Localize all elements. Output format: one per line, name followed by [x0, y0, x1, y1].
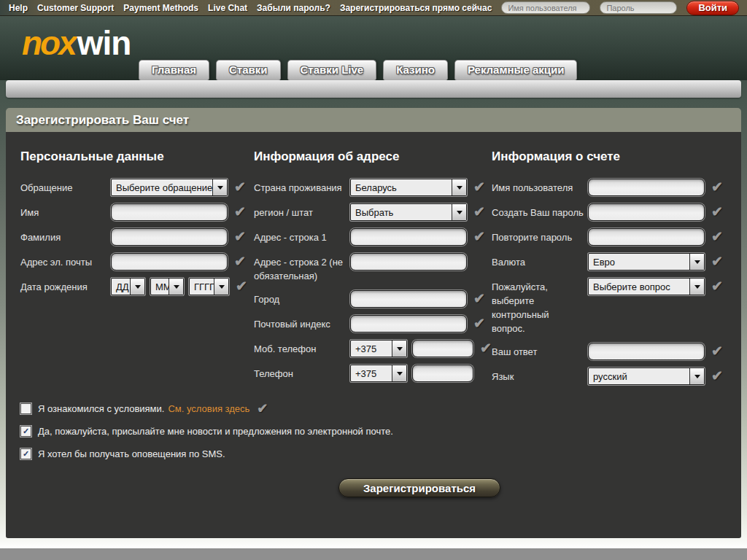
field-controls	[588, 343, 705, 360]
select-value: Выберите вопрос	[589, 279, 689, 295]
select-field[interactable]: Выберите обращение	[111, 179, 228, 196]
text-field[interactable]	[111, 203, 228, 221]
checkbox-label: Я хотел бы получать оповещения по SMS.	[38, 448, 225, 459]
username-input[interactable]	[501, 1, 590, 14]
select-value: ГГГГ	[190, 279, 214, 295]
select-field[interactable]: +375	[350, 365, 407, 382]
field-label: Пожалуйста, выберите контрольный вопрос.	[492, 278, 584, 335]
field-controls	[111, 228, 228, 246]
top-bar: HelpCustomer SupportPayment MethodsLive …	[0, 0, 747, 16]
chevron-down-icon	[689, 368, 704, 384]
select-field[interactable]: Выберите вопрос	[588, 278, 705, 295]
text-field[interactable]	[412, 365, 473, 382]
checkmark-icon: ✔	[473, 228, 485, 246]
checkbox[interactable]: ✓	[20, 426, 31, 437]
tab-1[interactable]: Ставки	[216, 60, 280, 80]
text-field[interactable]	[350, 290, 467, 308]
form-row: Имя✔	[20, 203, 254, 221]
topbar-link-5[interactable]: Зарегистрироваться прямо сейчас	[340, 3, 492, 13]
select-value: ММ	[151, 279, 169, 295]
checkmark-icon: ✔	[234, 228, 246, 246]
form-row: Языкрусский✔	[492, 368, 741, 385]
form-row: Имя пользователя✔	[492, 179, 741, 196]
form-row: ОбращениеВыберите обращение✔	[20, 179, 254, 196]
topbar-link-3[interactable]: Live Chat	[208, 3, 247, 13]
chevron-down-icon	[214, 279, 228, 295]
text-field[interactable]	[412, 340, 473, 357]
select-value: Беларусь	[351, 179, 452, 195]
select-field[interactable]: русский	[588, 368, 705, 385]
chevron-down-glyph	[217, 186, 223, 192]
field-controls: ДДММГГГГ	[111, 278, 229, 295]
field-label: Страна проживания	[254, 179, 347, 195]
form-row: Адрес эл. почты✔	[20, 253, 254, 271]
select-field[interactable]: Выбрать	[350, 203, 467, 221]
form-row: Ваш ответ✔	[492, 343, 741, 360]
column-heading: Персональные данные	[20, 149, 254, 164]
text-field[interactable]	[588, 228, 705, 246]
text-field[interactable]	[350, 253, 467, 271]
select-field[interactable]: Беларусь	[350, 179, 467, 196]
checkmark-icon: ✔	[257, 402, 268, 414]
logo-win: win	[77, 24, 131, 62]
select-field[interactable]: ГГГГ	[189, 278, 229, 295]
field-controls: Беларусь	[350, 179, 467, 196]
chevron-down-glyph	[135, 285, 141, 292]
form-column-1: Информация об адресеСтрана проживанияБел…	[254, 145, 492, 392]
field-label: Дата рождения	[20, 278, 108, 294]
checkbox[interactable]	[20, 403, 31, 414]
consent-checkboxes: Я ознакомился с условиями.См. условия зд…	[20, 402, 741, 459]
tab-0[interactable]: Главная	[139, 60, 209, 80]
terms-link[interactable]: См. условия здесь	[168, 403, 249, 414]
text-field[interactable]	[588, 179, 705, 196]
text-field[interactable]	[350, 228, 467, 246]
field-label: Валюта	[492, 253, 584, 269]
form-row: регион / штатВыбрать✔	[254, 203, 492, 221]
topbar-link-1[interactable]: Customer Support	[37, 3, 114, 13]
tab-2[interactable]: Ставки Live	[287, 60, 377, 80]
form-columns: Персональные данныеОбращениеВыберите обр…	[20, 145, 741, 392]
checkmark-icon: ✔	[234, 253, 246, 271]
login-button[interactable]: Войти	[686, 1, 739, 15]
form-row: Моб. телефон+375✔	[254, 340, 492, 357]
field-label: Ваш ответ	[492, 343, 584, 359]
form-row: Фамилия✔	[20, 228, 254, 246]
tab-4[interactable]: Рекламные акции	[454, 60, 578, 80]
select-field[interactable]: ДД	[111, 278, 145, 295]
topbar-link-4[interactable]: Забыли пароль?	[257, 3, 330, 13]
form-row: Адрес - строка 2 (не обязательная)	[254, 253, 492, 283]
text-field[interactable]	[350, 315, 467, 332]
checkbox-row: ✓Да, пожалуйста, присылайте мне новости …	[20, 426, 741, 437]
select-field[interactable]: Евро	[588, 253, 705, 271]
password-input[interactable]	[600, 1, 677, 14]
text-field[interactable]	[111, 228, 228, 246]
text-field[interactable]	[588, 343, 705, 360]
select-value: Евро	[589, 254, 689, 270]
field-controls	[588, 179, 705, 196]
form-row: Адрес - строка 1✔	[254, 228, 492, 246]
field-controls: Выбрать	[350, 203, 467, 221]
form-row: Телефон+375	[254, 365, 492, 382]
field-label: Повторите пароль	[492, 228, 584, 244]
register-button[interactable]: Зарегистрироваться	[338, 478, 500, 497]
select-field[interactable]: +375	[350, 340, 407, 357]
field-label: Моб. телефон	[254, 340, 347, 356]
chevron-down-icon	[169, 279, 183, 295]
topbar-link-2[interactable]: Payment Methods	[123, 3, 198, 13]
checkbox[interactable]: ✓	[20, 448, 31, 459]
logo: noxwin	[22, 25, 131, 61]
chevron-down-glyph	[457, 186, 462, 192]
field-label: Имя пользователя	[492, 179, 584, 195]
checkmark-icon: ✔	[236, 278, 247, 295]
topbar-link-0[interactable]: Help	[9, 3, 28, 13]
field-controls	[350, 290, 467, 308]
text-field[interactable]	[588, 203, 705, 221]
footer-bar	[0, 548, 747, 560]
tab-3[interactable]: Казино	[383, 60, 448, 80]
select-value: +375	[351, 341, 392, 357]
field-label: Адрес - строка 1	[254, 228, 347, 244]
select-field[interactable]: ММ	[150, 278, 184, 295]
text-field[interactable]	[111, 253, 228, 271]
field-controls	[350, 253, 467, 271]
select-value: русский	[589, 368, 689, 384]
